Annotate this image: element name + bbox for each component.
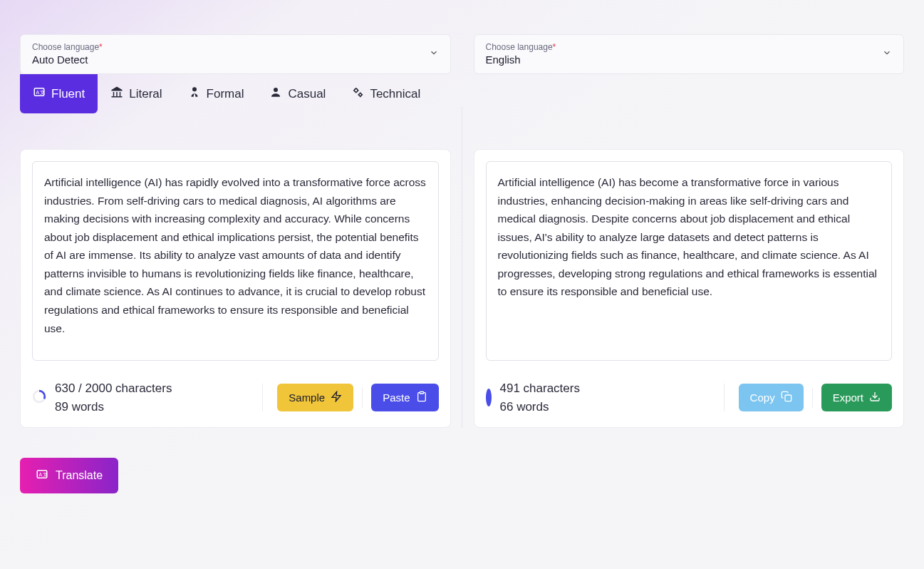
chevron-down-icon — [429, 48, 439, 61]
divider — [362, 388, 363, 408]
svg-rect-11 — [785, 395, 791, 401]
divider — [812, 388, 813, 408]
svg-point-4 — [274, 88, 278, 92]
target-char-count: 491 characters — [500, 379, 580, 398]
svg-point-3 — [192, 87, 197, 91]
translate-icon: A文 — [33, 86, 46, 102]
copy-icon — [781, 391, 792, 404]
tab-label: Technical — [370, 87, 420, 101]
download-icon — [869, 391, 881, 404]
translate-button[interactable]: A文 Translate — [20, 458, 118, 493]
target-language-value: English — [486, 53, 521, 66]
target-word-count: 66 words — [500, 398, 580, 416]
institution-icon — [110, 86, 123, 102]
source-textarea[interactable]: Artificial intelligence (AI) has rapidly… — [32, 161, 439, 361]
svg-text:文: 文 — [43, 472, 48, 477]
tab-label: Casual — [288, 87, 326, 101]
target-output: Artificial intelligence (AI) has become … — [486, 161, 893, 361]
tab-technical[interactable]: Technical — [338, 74, 433, 113]
tab-label: Fluent — [51, 87, 85, 101]
svg-rect-10 — [420, 391, 423, 394]
svg-text:A: A — [39, 472, 43, 477]
svg-point-5 — [355, 89, 358, 93]
button-label: Paste — [383, 391, 410, 404]
source-char-count: 630 / 2000 characters — [55, 379, 172, 398]
source-word-count: 89 words — [55, 398, 172, 416]
user-tie-icon — [188, 86, 201, 102]
svg-text:文: 文 — [40, 90, 45, 95]
chevron-down-icon — [882, 48, 892, 61]
source-language-value: Auto Detect — [32, 53, 88, 66]
sample-button[interactable]: Sample — [277, 384, 353, 411]
ring-marker-icon — [486, 391, 492, 404]
tab-label: Literal — [129, 87, 162, 101]
tab-literal[interactable]: Literal — [98, 74, 175, 113]
lightning-icon — [331, 391, 342, 404]
button-label: Export — [833, 391, 863, 404]
source-language-label: Choose language* — [32, 42, 439, 52]
target-footer: 491 characters 66 words Copy Export — [486, 375, 893, 416]
source-panel: Artificial intelligence (AI) has rapidly… — [20, 149, 451, 428]
user-icon — [269, 86, 282, 102]
target-actions: Copy Export — [724, 384, 892, 411]
translate-row: A文 Translate — [20, 458, 904, 493]
button-label: Copy — [750, 391, 775, 404]
svg-text:A: A — [36, 90, 40, 95]
tab-label: Formal — [207, 87, 244, 101]
target-language-select[interactable]: Choose language* English — [474, 34, 905, 74]
button-label: Sample — [289, 391, 325, 404]
export-button[interactable]: Export — [821, 384, 892, 411]
source-stats: 630 / 2000 characters 89 words — [32, 379, 172, 416]
source-actions: Sample Paste — [262, 384, 438, 411]
tab-formal[interactable]: Formal — [175, 74, 257, 113]
tab-fluent[interactable]: A文 Fluent — [20, 74, 98, 113]
target-language-label: Choose language* — [486, 42, 893, 52]
clipboard-icon — [416, 391, 427, 404]
copy-button[interactable]: Copy — [739, 384, 804, 411]
target-panel: Artificial intelligence (AI) has become … — [474, 149, 905, 428]
svg-marker-9 — [332, 391, 341, 401]
translate-icon: A文 — [36, 468, 48, 483]
paste-button[interactable]: Paste — [371, 384, 438, 411]
progress-ring-icon — [32, 389, 46, 406]
target-stats: 491 characters 66 words — [486, 379, 580, 416]
gears-icon — [351, 86, 364, 102]
source-language-select[interactable]: Choose language* Auto Detect — [20, 34, 451, 74]
button-label: Translate — [56, 469, 103, 482]
svg-point-6 — [359, 93, 362, 96]
source-footer: 630 / 2000 characters 89 words Sample Pa… — [32, 375, 439, 416]
translation-panels: Artificial intelligence (AI) has rapidly… — [20, 149, 904, 428]
tab-casual[interactable]: Casual — [256, 74, 338, 113]
style-tabs: A文 Fluent Literal Formal Casual — [20, 74, 904, 113]
language-row: Choose language* Auto Detect Choose lang… — [20, 0, 904, 74]
